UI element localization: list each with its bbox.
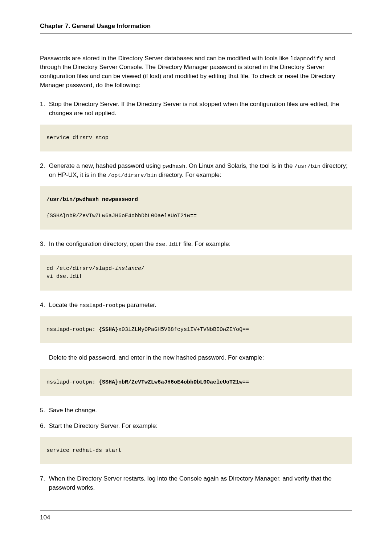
- page-number: 104: [40, 514, 50, 521]
- step-5-text: Save the change.: [49, 406, 352, 415]
- step-4-t1: Locate the: [49, 301, 79, 308]
- step-3-t2: file. For example:: [181, 240, 230, 247]
- step-1: 1. Stop the Directory Server. If the Dir…: [40, 100, 352, 118]
- code-block-3: cd /etc/dirsrv/slapd-instance/ vi dse.ld…: [40, 255, 352, 291]
- code4-b: {SSHA}: [99, 327, 118, 333]
- step-4-t2: parameter.: [125, 301, 156, 308]
- code5-a: nsslapd-rootpw:: [46, 379, 99, 385]
- code-block-2: /usr/bin/pwdhash newpassword {SSHA}nbR/Z…: [40, 186, 352, 230]
- step-2-c2: /usr/bin: [294, 163, 320, 170]
- step-3: 3. In the configuration directory, open …: [40, 240, 352, 249]
- code2-rest: {SSHA}nbR/ZeVTwZLw6aJH6oE4obbDbL0OaeleUo…: [46, 213, 197, 219]
- step-3-text: In the configuration directory, open the…: [49, 240, 352, 249]
- step-2-c3: /opt/dirsrv/bin: [108, 173, 157, 179]
- code4-c: x03lZLMyOPaGH5VB8fcys1IV+TVNbBIOwZEYoQ==: [118, 327, 249, 333]
- code4-a: nsslapd-rootpw:: [46, 327, 99, 333]
- step-4-text: Locate the nsslapd-rootpw parameter.: [49, 301, 352, 310]
- code-block-1: service dirsrv stop: [40, 125, 352, 152]
- code3-l1i: instance: [115, 266, 141, 272]
- step-2-text: Generate a new, hashed password using pw…: [49, 162, 352, 180]
- step-2-t2: . On Linux and Solaris, the tool is in t…: [185, 162, 295, 169]
- step-6: 6. Start the Directory Server. For examp…: [40, 422, 352, 431]
- step-6-text: Start the Directory Server. For example:: [49, 422, 352, 431]
- step-7-text: When the Directory Server restarts, log …: [49, 474, 352, 492]
- step-2: 2. Generate a new, hashed password using…: [40, 162, 352, 180]
- chapter-header: Chapter 7. General Usage Information: [40, 22, 352, 34]
- code3-l2: vi dse.ldif: [46, 274, 82, 280]
- page-footer: 104: [40, 510, 352, 522]
- step-5: 5. Save the change.: [40, 406, 352, 415]
- step-4-c1: nsslapd-rootpw: [79, 303, 125, 309]
- code-block-4: nsslapd-rootpw: {SSHA}x03lZLMyOPaGH5VB8f…: [40, 316, 352, 344]
- step-2-c1: pwdhash: [163, 163, 185, 170]
- step-2-num: 2.: [40, 162, 47, 171]
- step-4: 4. Locate the nsslapd-rootpw parameter.: [40, 301, 352, 310]
- step-1-text: Stop the Directory Server. If the Direct…: [49, 100, 352, 118]
- step-5-num: 5.: [40, 406, 47, 415]
- step-3-c1: dse.ldif: [155, 242, 181, 248]
- intro-paragraph: Passwords are stored in the Directory Se…: [40, 54, 352, 90]
- code-block-6: service redhat-ds start: [40, 437, 352, 465]
- step-2-t4: directory. For example:: [157, 171, 221, 178]
- code5-b: {SSHA}nbR/ZeVTwZLw6aJH6oE4obbDbL0OaeleUo…: [99, 379, 249, 385]
- intro-text-1: Passwords are stored in the Directory Se…: [40, 55, 290, 62]
- step-7-num: 7.: [40, 474, 47, 483]
- step-3-num: 3.: [40, 240, 47, 249]
- code3-l1a: cd /etc/dirsrv/slapd-: [46, 266, 115, 272]
- step-7: 7. When the Directory Server restarts, l…: [40, 474, 352, 492]
- step-1-num: 1.: [40, 100, 47, 109]
- step-4-num: 4.: [40, 301, 47, 310]
- step-2-t1: Generate a new, hashed password using: [49, 162, 163, 169]
- step-4b-text: Delete the old password, and enter in th…: [49, 353, 352, 362]
- code-block-5: nsslapd-rootpw: {SSHA}nbR/ZeVTwZLw6aJH6o…: [40, 369, 352, 396]
- step-6-num: 6.: [40, 422, 47, 431]
- code3-l1b: /: [141, 266, 144, 272]
- step-3-t1: In the configuration directory, open the: [49, 240, 156, 247]
- intro-code-1: ldapmodify: [290, 56, 323, 62]
- step-4b: Delete the old password, and enter in th…: [40, 353, 352, 362]
- code2-bold: /usr/bin/pwdhash newpassword: [46, 197, 138, 203]
